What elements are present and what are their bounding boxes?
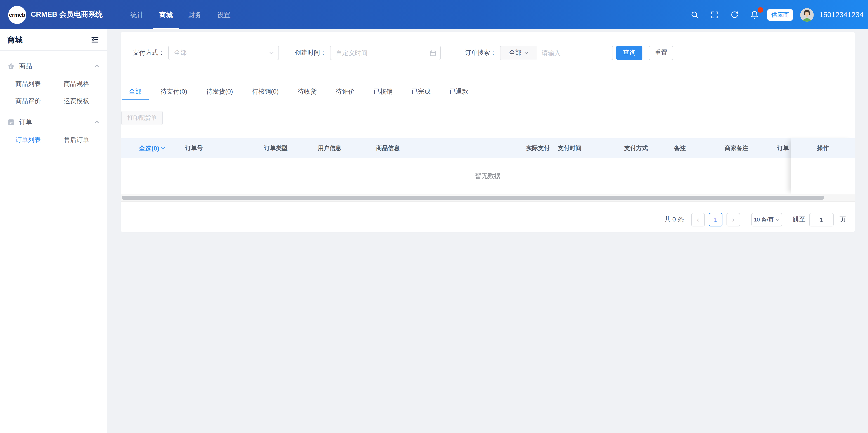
- chevron-down-icon: [524, 51, 528, 55]
- col-payment-method: 支付方式: [624, 138, 648, 158]
- col-order-no: 订单号: [185, 138, 203, 158]
- reset-button[interactable]: 重置: [649, 45, 673, 60]
- col-merchant-remark: 商家备注: [725, 138, 748, 158]
- col-goods-info: 商品信息: [376, 138, 400, 158]
- filter-pay-type: 支付方式： 全部: [133, 45, 279, 60]
- col-remark: 备注: [674, 138, 686, 158]
- page-1-button[interactable]: 1: [709, 213, 722, 226]
- horizontal-scrollbar-track[interactable]: [121, 194, 855, 202]
- select-all-dropdown[interactable]: 全选(0): [139, 138, 165, 158]
- col-actual-payment: 实际支付: [526, 138, 550, 158]
- sidebar-section-orders[interactable]: 订单: [0, 113, 107, 131]
- jump-to-label: 跳至: [793, 216, 806, 224]
- sidebar-item-goods-list[interactable]: 商品列表: [16, 75, 64, 92]
- jump-to-input[interactable]: [809, 213, 834, 226]
- top-nav-mall[interactable]: 商城: [153, 0, 179, 29]
- sidebar-divider: [0, 50, 107, 51]
- role-badge[interactable]: 供应商: [767, 9, 793, 21]
- prev-page-button[interactable]: ‹: [691, 213, 705, 226]
- calendar-icon: [430, 50, 436, 56]
- create-time-input[interactable]: [331, 49, 432, 57]
- order-search-type-select[interactable]: 全部: [500, 46, 537, 60]
- tab-refunded[interactable]: 已退款: [442, 84, 476, 100]
- top-nav-finance[interactable]: 财务: [182, 0, 208, 29]
- sidebar-item-goods-review[interactable]: 商品评价: [16, 92, 64, 110]
- page-suffix-label: 页: [839, 216, 846, 224]
- app-title: CRMEB 会员电商系统: [31, 10, 103, 20]
- table-header: 全选(0) 订单号 订单类型 用户信息 商品信息 实际支付 支付时间 支付方式 …: [121, 138, 855, 158]
- fixed-action-column: 操作: [791, 138, 855, 194]
- app-root: crmeb CRMEB 会员电商系统 统计 商城 财务 设置: [0, 0, 868, 433]
- top-nav-settings[interactable]: 设置: [211, 0, 237, 29]
- chevron-down-icon: [776, 218, 780, 222]
- order-search-input-wrap: [537, 49, 613, 57]
- notification-dot: [758, 7, 763, 12]
- pagination-total: 共 0 条: [664, 216, 684, 224]
- pay-type-label: 支付方式：: [133, 49, 164, 57]
- print-picking-list-button[interactable]: 打印配货单: [121, 111, 163, 125]
- query-button[interactable]: 查询: [616, 45, 643, 60]
- menu-fold-icon[interactable]: [90, 35, 99, 44]
- search-icon[interactable]: [690, 10, 700, 19]
- chevron-down-icon: [160, 146, 165, 151]
- top-nav: 统计 商城 财务 设置: [123, 0, 238, 29]
- create-time-label: 创建时间：: [295, 49, 327, 57]
- basket-icon: [7, 62, 15, 70]
- order-search-type-value: 全部: [509, 49, 522, 57]
- top-bar-right: 供应商 15012341234: [690, 8, 868, 22]
- avatar[interactable]: [800, 8, 814, 22]
- col-order-type: 订单类型: [264, 138, 287, 158]
- chevron-up-icon: [94, 63, 99, 69]
- create-time-picker[interactable]: [330, 45, 441, 60]
- empty-state-text: 暂无数据: [475, 172, 500, 180]
- filter-create-time: 创建时间：: [295, 45, 441, 60]
- tab-unshipped[interactable]: 待发货(0): [199, 84, 240, 100]
- tab-unpaid[interactable]: 待支付(0): [153, 84, 194, 100]
- sidebar-item-order-list[interactable]: 订单列表: [16, 131, 64, 148]
- filter-order-search: 订单搜索： 全部: [465, 45, 613, 60]
- order-list-card: 支付方式： 全部 创建时间： 订单搜索：: [121, 32, 855, 232]
- order-search-input[interactable]: [537, 49, 610, 57]
- tab-unreviewed[interactable]: 待评价: [329, 84, 362, 100]
- sidebar-section-label: 商品: [19, 62, 94, 70]
- pay-type-select[interactable]: 全部: [168, 45, 279, 60]
- chevron-up-icon: [94, 119, 99, 125]
- page-size-select[interactable]: 10 条/页: [751, 213, 782, 226]
- tab-unreceived[interactable]: 待收货: [290, 84, 324, 100]
- order-search-control: 全部: [500, 45, 613, 60]
- refresh-icon[interactable]: [730, 10, 739, 19]
- chevron-down-icon: [269, 51, 274, 55]
- logo-text: crmeb: [9, 11, 25, 18]
- next-page-button[interactable]: ›: [726, 213, 740, 226]
- tab-completed[interactable]: 已完成: [404, 84, 438, 100]
- app-logo[interactable]: crmeb: [8, 6, 26, 24]
- col-user-info: 用户信息: [318, 138, 341, 158]
- notification-bell[interactable]: [750, 10, 759, 19]
- sidebar-order-items: 订单列表 售后订单: [0, 131, 107, 148]
- sidebar-section-label: 订单: [19, 118, 94, 126]
- sidebar-item-freight-template[interactable]: 运费模板: [64, 92, 107, 110]
- top-bar: crmeb CRMEB 会员电商系统 统计 商城 财务 设置: [0, 0, 868, 29]
- pagination: 共 0 条 ‹ 1 › 10 条/页 跳至 页: [664, 212, 846, 227]
- top-nav-statistics[interactable]: 统计: [124, 0, 150, 29]
- sidebar: 商城 商品 商品列表 商品规格 商品评价 运费模板: [0, 29, 107, 433]
- sidebar-item-goods-spec[interactable]: 商品规格: [64, 75, 107, 92]
- select-all-label: 全选(0): [139, 138, 159, 158]
- main-content: 支付方式： 全部 创建时间： 订单搜索：: [107, 29, 868, 433]
- status-tabs: 全部 待支付(0) 待发货(0) 待核销(0) 待收货 待评价 已核销 已完成 …: [121, 84, 855, 100]
- sidebar-goods-items: 商品列表 商品规格 商品评价 运费模板: [0, 75, 107, 110]
- tab-all[interactable]: 全部: [122, 84, 149, 100]
- pay-type-value: 全部: [174, 49, 187, 57]
- page-size-value: 10 条/页: [754, 216, 774, 223]
- col-action: 操作: [791, 138, 855, 158]
- sidebar-section-goods[interactable]: 商品: [0, 57, 107, 75]
- tab-unverified[interactable]: 待核销(0): [245, 84, 286, 100]
- username-phone[interactable]: 15012341234: [819, 11, 864, 19]
- order-icon: [7, 118, 15, 126]
- col-payment-time: 支付时间: [558, 138, 581, 158]
- tab-verified[interactable]: 已核销: [366, 84, 400, 100]
- sidebar-header: 商城: [0, 29, 107, 50]
- sidebar-item-aftersale-order[interactable]: 售后订单: [64, 131, 107, 148]
- fullscreen-icon[interactable]: [710, 10, 719, 19]
- horizontal-scrollbar-thumb[interactable]: [122, 196, 824, 200]
